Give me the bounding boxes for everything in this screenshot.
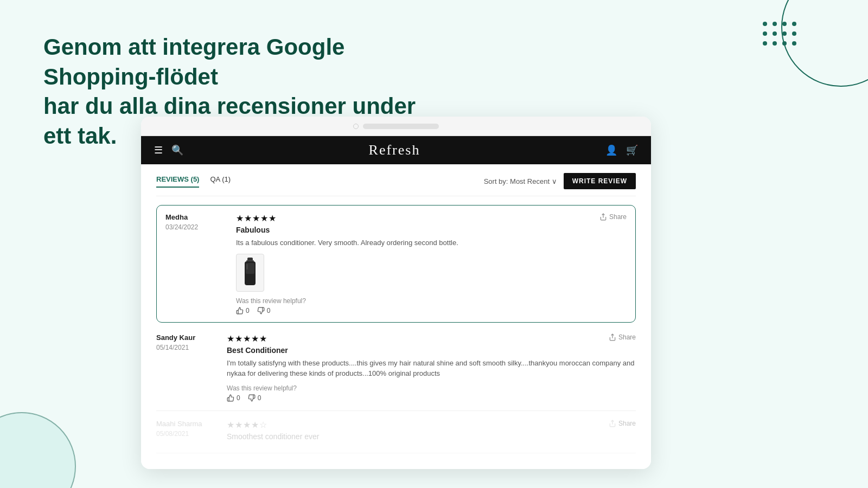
- reviewer-date: 05/14/2021: [156, 344, 216, 351]
- review-content-row: ★★★★★ Fabulous Share: [236, 213, 627, 237]
- reviewer-info: Medha 03/24/2022: [165, 213, 225, 314]
- review-stars: ★★★★★ Fabulous: [236, 213, 277, 237]
- review-stars-wrap: ★★★★★ Best Conditioner: [227, 333, 288, 358]
- app-header-right: 👤 🛒: [605, 144, 638, 156]
- browser-top-bar: [141, 117, 651, 136]
- thumbs-up-button[interactable]: 0: [227, 394, 240, 402]
- share-button[interactable]: Share: [599, 213, 627, 221]
- svg-rect-5: [246, 264, 248, 269]
- review-item: Sandy Kaur 05/14/2021 ★★★★★ Best Conditi…: [156, 325, 636, 411]
- browser-dot-1: [353, 124, 359, 129]
- reviews-tabs: REVIEWS (5) QA (1): [156, 175, 231, 188]
- browser-mock: ☰ 🔍 Refresh 👤 🛒 REVIEWS (5) QA (1) Sort …: [141, 117, 651, 469]
- bg-circle-bottom-left: [0, 412, 76, 488]
- review-content: ★★★★☆ Smoothest conditioner ever Share: [227, 420, 636, 444]
- helpful-text: Was this review helpful?: [227, 384, 636, 392]
- share-button[interactable]: Share: [609, 333, 636, 341]
- reviewer-info: Sandy Kaur 05/14/2021: [156, 333, 216, 402]
- svg-rect-2: [246, 260, 254, 261]
- bg-dots: [763, 22, 797, 47]
- hamburger-icon[interactable]: ☰: [154, 144, 163, 156]
- user-icon[interactable]: 👤: [605, 144, 617, 156]
- thumbs-down-button[interactable]: 0: [248, 394, 261, 402]
- helpful-text: Was this review helpful?: [236, 297, 627, 305]
- app-header-left: ☰ 🔍: [154, 144, 183, 156]
- review-content: ★★★★★ Best Conditioner Share I'm totally…: [227, 333, 636, 402]
- review-content-row: ★★★★☆ Smoothest conditioner ever Share: [227, 420, 636, 444]
- browser-address-bar: [363, 124, 439, 129]
- helpful-icons: 0 0: [227, 394, 636, 402]
- review-item: Maahi Sharma 05/08/2021 ★★★★☆ Smoothest …: [156, 411, 636, 453]
- write-review-button[interactable]: WRITE REVIEW: [564, 173, 636, 189]
- review-content-row: ★★★★★ Best Conditioner Share: [227, 333, 636, 358]
- review-content: ★★★★★ Fabulous Share Its a fabulous cond…: [236, 213, 627, 314]
- reviewer-name: Sandy Kaur: [156, 333, 216, 342]
- review-image: [236, 254, 264, 292]
- tab-qa[interactable]: QA (1): [210, 175, 231, 188]
- app-header: ☰ 🔍 Refresh 👤 🛒: [141, 136, 651, 164]
- reviewer-name: Maahi Sharma: [156, 420, 216, 428]
- reviewer-name: Medha: [165, 213, 225, 221]
- cart-icon[interactable]: 🛒: [626, 144, 638, 156]
- app-title: Refresh: [369, 142, 420, 158]
- helpful-icons: 0 0: [236, 307, 627, 314]
- reviewer-info: Maahi Sharma 05/08/2021: [156, 420, 216, 444]
- reviews-section: REVIEWS (5) QA (1) Sort by: Most Recent …: [141, 164, 651, 469]
- reviewer-date: 05/08/2021: [156, 430, 216, 438]
- share-button[interactable]: Share: [609, 420, 636, 427]
- sort-label[interactable]: Sort by: Most Recent ∨: [484, 177, 557, 185]
- review-stars-wrap: ★★★★☆ Smoothest conditioner ever: [227, 420, 319, 444]
- thumbs-down-button[interactable]: 0: [257, 307, 271, 314]
- reviews-actions: Sort by: Most Recent ∨ WRITE REVIEW: [484, 173, 636, 189]
- reviews-list: Medha 03/24/2022 ★★★★★ Fabulous Share: [156, 205, 636, 453]
- reviews-toolbar: REVIEWS (5) QA (1) Sort by: Most Recent …: [156, 173, 636, 196]
- search-icon[interactable]: 🔍: [171, 144, 183, 156]
- tab-reviews[interactable]: REVIEWS (5): [156, 175, 199, 188]
- thumbs-up-button[interactable]: 0: [236, 307, 250, 314]
- review-item: Medha 03/24/2022 ★★★★★ Fabulous Share: [156, 205, 636, 323]
- reviewer-date: 03/24/2022: [165, 223, 225, 231]
